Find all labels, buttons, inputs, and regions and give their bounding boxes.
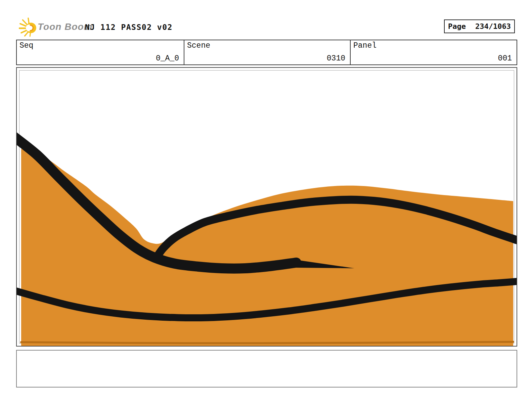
panel-value: 001 [498,54,512,63]
panel-artwork [17,68,517,346]
page-value: 234/1063 [475,22,511,31]
logo-text: Toon Boom [38,21,92,32]
storyboard-panel [16,67,517,347]
toonboom-logo-icon [19,16,38,38]
info-row: Seq 0_A_0 Scene 0310 Panel 001 [16,40,517,65]
caption-box [16,350,517,387]
panel-label: Panel [353,41,376,50]
seq-label: Seq [19,41,33,50]
page-number-box: Page 234/1063 [444,19,515,33]
scene-label: Scene [187,41,210,50]
seq-cell: Seq 0_A_0 [17,40,184,64]
storyboard-page: Toon Boom NJ 112 PASS02 v02 Page 234/106… [0,0,532,411]
document-title: NJ 112 PASS02 v02 [85,23,173,32]
seq-value: 0_A_0 [156,54,179,63]
page-label: Page [448,22,466,31]
panel-cell: Panel 001 [350,40,517,64]
scene-value: 0310 [327,54,345,63]
scene-cell: Scene 0310 [184,40,350,64]
